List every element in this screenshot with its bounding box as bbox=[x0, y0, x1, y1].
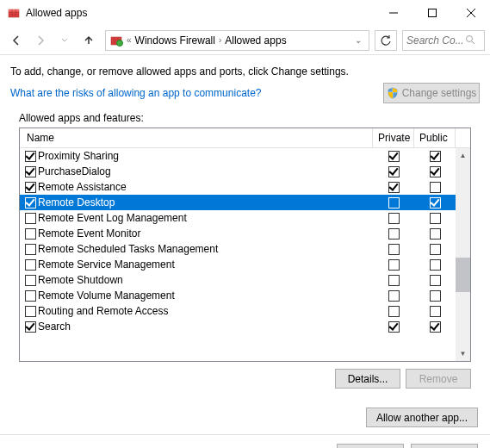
public-checkbox[interactable] bbox=[430, 259, 441, 271]
forward-button[interactable] bbox=[29, 29, 52, 52]
public-checkbox[interactable] bbox=[430, 321, 441, 333]
private-checkbox[interactable] bbox=[388, 151, 400, 162]
public-checkbox[interactable] bbox=[430, 197, 441, 208]
enable-checkbox[interactable] bbox=[25, 166, 36, 177]
allow-another-app-button[interactable]: Allow another app... bbox=[366, 408, 478, 427]
app-name-label: Routing and Remote Access bbox=[38, 305, 168, 317]
list-item[interactable]: Remote Assistance bbox=[20, 179, 456, 195]
enable-checkbox[interactable] bbox=[25, 306, 36, 317]
private-checkbox[interactable] bbox=[388, 244, 400, 255]
public-checkbox[interactable] bbox=[430, 228, 441, 240]
svg-rect-1 bbox=[9, 9, 19, 12]
dialog-footer: OK Cancel bbox=[0, 434, 490, 448]
group-label: Allowed apps and features: bbox=[19, 112, 480, 124]
firewall-icon bbox=[109, 34, 123, 47]
public-checkbox[interactable] bbox=[430, 244, 441, 255]
intro-text: To add, change, or remove allowed apps a… bbox=[10, 65, 480, 78]
search-box[interactable] bbox=[402, 30, 485, 51]
app-icon bbox=[7, 6, 21, 20]
minimize-button[interactable] bbox=[374, 0, 412, 26]
private-checkbox[interactable] bbox=[388, 228, 400, 240]
enable-checkbox[interactable] bbox=[25, 197, 36, 208]
column-private[interactable]: Private bbox=[373, 128, 414, 147]
window-controls bbox=[374, 0, 490, 26]
recent-dropdown[interactable] bbox=[53, 29, 76, 52]
remove-button[interactable]: Remove bbox=[406, 369, 471, 389]
list-item[interactable]: Remote Event Monitor bbox=[20, 226, 456, 241]
public-checkbox[interactable] bbox=[430, 275, 441, 286]
list-item[interactable]: Remote Desktop bbox=[20, 195, 456, 210]
private-checkbox[interactable] bbox=[388, 306, 400, 317]
list-item[interactable]: Remote Volume Management bbox=[20, 288, 456, 303]
vertical-scrollbar[interactable]: ▲ ▼ bbox=[456, 148, 470, 361]
address-bar[interactable]: « Windows Firewall › Allowed apps ⌄ bbox=[105, 30, 369, 51]
change-settings-button[interactable]: Change settings bbox=[383, 83, 480, 103]
enable-checkbox[interactable] bbox=[25, 228, 36, 240]
list-header: Name Private Public bbox=[20, 128, 470, 148]
app-name-label: Remote Desktop bbox=[38, 196, 115, 208]
svg-point-8 bbox=[467, 35, 473, 41]
private-checkbox[interactable] bbox=[388, 197, 400, 208]
details-button[interactable]: Details... bbox=[335, 369, 400, 389]
column-name[interactable]: Name bbox=[20, 128, 373, 147]
public-checkbox[interactable] bbox=[430, 306, 441, 317]
back-button[interactable] bbox=[5, 29, 28, 52]
enable-checkbox[interactable] bbox=[25, 321, 36, 333]
refresh-button[interactable] bbox=[375, 30, 397, 51]
search-icon bbox=[465, 34, 477, 47]
content-area: To add, change, or remove allowed apps a… bbox=[0, 55, 490, 394]
list-item[interactable]: Routing and Remote Access bbox=[20, 303, 456, 319]
list-item[interactable]: PurchaseDialog bbox=[20, 164, 456, 179]
breadcrumb-item[interactable]: Allowed apps bbox=[225, 34, 286, 47]
list-item[interactable]: Remote Shutdown bbox=[20, 272, 456, 288]
list-item[interactable]: Remote Service Management bbox=[20, 257, 456, 272]
enable-checkbox[interactable] bbox=[25, 275, 36, 286]
private-checkbox[interactable] bbox=[388, 275, 400, 286]
breadcrumb-item[interactable]: Windows Firewall bbox=[135, 34, 215, 47]
list-item[interactable]: Remote Scheduled Tasks Management bbox=[20, 241, 456, 257]
navigation-bar: « Windows Firewall › Allowed apps ⌄ bbox=[0, 26, 490, 55]
app-name-label: Remote Scheduled Tasks Management bbox=[38, 243, 218, 255]
scroll-track[interactable] bbox=[456, 163, 470, 346]
list-item[interactable]: Proximity Sharing bbox=[20, 148, 456, 164]
public-checkbox[interactable] bbox=[430, 213, 441, 224]
risks-link[interactable]: What are the risks of allowing an app to… bbox=[10, 87, 261, 99]
breadcrumb-separator-icon: « bbox=[127, 35, 132, 45]
up-button[interactable] bbox=[78, 29, 100, 52]
scroll-down-button[interactable]: ▼ bbox=[456, 346, 470, 361]
public-checkbox[interactable] bbox=[430, 166, 441, 177]
private-checkbox[interactable] bbox=[388, 290, 400, 302]
enable-checkbox[interactable] bbox=[25, 290, 36, 302]
public-checkbox[interactable] bbox=[430, 182, 441, 193]
private-checkbox[interactable] bbox=[388, 182, 400, 193]
maximize-button[interactable] bbox=[412, 0, 451, 26]
enable-checkbox[interactable] bbox=[25, 151, 36, 162]
ok-button[interactable]: OK bbox=[337, 444, 404, 448]
private-checkbox[interactable] bbox=[388, 321, 400, 333]
close-button[interactable] bbox=[451, 0, 490, 26]
scroll-thumb[interactable] bbox=[456, 258, 470, 292]
app-name-label: PurchaseDialog bbox=[38, 165, 111, 177]
chevron-down-icon[interactable]: ⌄ bbox=[351, 35, 365, 45]
enable-checkbox[interactable] bbox=[25, 244, 36, 255]
title-bar: Allowed apps bbox=[0, 0, 490, 26]
app-name-label: Remote Shutdown bbox=[38, 274, 123, 286]
list-item[interactable]: Remote Event Log Management bbox=[20, 210, 456, 226]
app-name-label: Remote Assistance bbox=[38, 181, 127, 193]
enable-checkbox[interactable] bbox=[25, 259, 36, 271]
enable-checkbox[interactable] bbox=[25, 213, 36, 224]
search-input[interactable] bbox=[406, 34, 465, 47]
app-name-label: Remote Service Management bbox=[38, 258, 175, 271]
enable-checkbox[interactable] bbox=[25, 182, 36, 193]
column-public[interactable]: Public bbox=[414, 128, 456, 147]
private-checkbox[interactable] bbox=[388, 213, 400, 224]
scroll-up-button[interactable]: ▲ bbox=[456, 148, 470, 163]
svg-rect-3 bbox=[428, 9, 436, 17]
private-checkbox[interactable] bbox=[388, 166, 400, 177]
private-checkbox[interactable] bbox=[388, 259, 400, 271]
list-item[interactable]: Search bbox=[20, 319, 456, 334]
cancel-button[interactable]: Cancel bbox=[411, 444, 478, 448]
public-checkbox[interactable] bbox=[430, 290, 441, 302]
public-checkbox[interactable] bbox=[430, 151, 441, 162]
apps-list: Name Private Public Proximity SharingPur… bbox=[19, 128, 471, 362]
